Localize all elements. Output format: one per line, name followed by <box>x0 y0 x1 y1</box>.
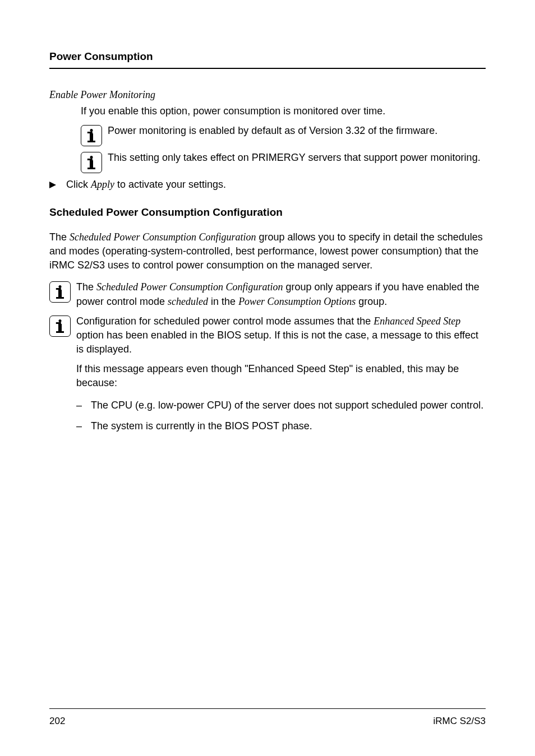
info-text: The Scheduled Power Consumption Configur… <box>76 280 486 308</box>
option-title: Enable Power Monitoring <box>49 88 486 102</box>
instruction-text: Click Apply to activate your settings. <box>66 178 226 192</box>
document-id: iRMC S2/S3 <box>433 715 486 728</box>
info-text: This setting only takes effect on PRIMER… <box>108 151 481 165</box>
info-note: Power monitoring is enabled by default a… <box>81 124 486 146</box>
continued-paragraph: If this message appears even though "Enh… <box>76 362 486 390</box>
note-a-italic1: Scheduled Power Consumption Configuratio… <box>96 281 283 293</box>
dash-list: – The CPU (e.g. low-power CPU) of the se… <box>76 398 486 433</box>
step-prefix: Click <box>66 179 91 190</box>
intro-prefix: The <box>49 231 70 243</box>
info-note: Configuration for scheduled power contro… <box>49 314 486 357</box>
note-a-prefix: The <box>76 281 96 293</box>
step-suffix: to activate your settings. <box>114 179 226 190</box>
note-a-italic2: scheduled <box>168 296 208 307</box>
info-note: The Scheduled Power Consumption Configur… <box>49 280 486 308</box>
dash-bullet-icon: – <box>76 398 82 412</box>
dash-bullet-icon: – <box>76 419 82 433</box>
page-number: 202 <box>49 715 65 728</box>
instruction-step: Click Apply to activate your settings. <box>49 178 486 192</box>
note-b-prefix: Configuration for scheduled power contro… <box>76 316 373 327</box>
info-text: Configuration for scheduled power contro… <box>76 314 486 357</box>
header-divider <box>49 68 486 69</box>
note-a-mid2: in the <box>208 296 238 307</box>
info-text: Power monitoring is enabled by default a… <box>108 124 437 138</box>
option-description: If you enable this option, power consump… <box>81 104 486 118</box>
note-b-italic: Enhanced Speed Step <box>373 316 460 327</box>
triangle-bullet-icon <box>49 182 56 188</box>
note-b-suffix: option has been enabled in the BIOS setu… <box>76 330 478 355</box>
option-block: Enable Power Monitoring If you enable th… <box>49 88 486 173</box>
info-note: This setting only takes effect on PRIMER… <box>81 151 486 173</box>
intro-group-name: Scheduled Power Consumption Configuratio… <box>70 231 256 243</box>
list-item: – The system is currently in the BIOS PO… <box>76 419 486 433</box>
page-footer: 202 iRMC S2/S3 <box>49 708 486 728</box>
apply-action: Apply <box>91 179 114 190</box>
list-item-text: The system is currently in the BIOS POST… <box>91 419 312 433</box>
intro-paragraph: The Scheduled Power Consumption Configur… <box>49 230 486 273</box>
info-icon <box>81 125 102 146</box>
info-icon <box>49 281 71 303</box>
info-icon <box>49 316 71 337</box>
info-icon <box>81 152 102 173</box>
note-a-suffix: group. <box>356 296 387 307</box>
footer-divider <box>49 708 486 709</box>
subsection-heading: Scheduled Power Consumption Configuratio… <box>49 205 486 220</box>
list-item-text: The CPU (e.g. low-power CPU) of the serv… <box>91 398 483 412</box>
section-title: Power Consumption <box>49 49 486 64</box>
page-header: Power Consumption <box>49 49 486 69</box>
list-item: – The CPU (e.g. low-power CPU) of the se… <box>76 398 486 412</box>
note-a-italic3: Power Consumption Options <box>238 296 356 307</box>
